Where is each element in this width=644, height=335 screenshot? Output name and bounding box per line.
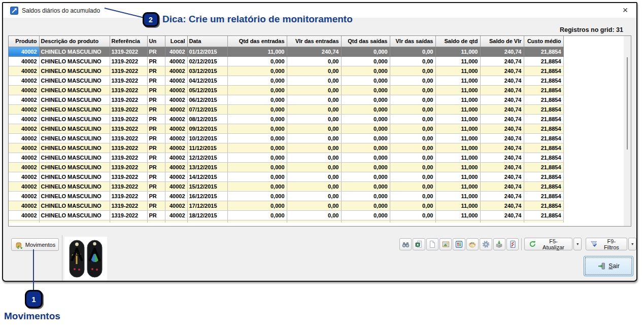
movimentos-button[interactable]: Movimentos [11,238,59,251]
search-button[interactable] [399,238,412,250]
grid-cell[interactable]: 0,00 [287,85,341,95]
column-header[interactable]: Vlr das entradas [287,36,341,47]
table-row[interactable]: 40002CHINELO MASCULINO1319-2022PR4000202… [9,56,563,66]
grid-cell[interactable]: 40002 [9,76,39,85]
grid-cell[interactable]: 1319-2022 [110,124,147,133]
column-header[interactable]: Data [187,36,227,47]
settings-button[interactable] [480,238,492,250]
grid-cell[interactable]: 0,00 [287,191,341,201]
grid-cell[interactable]: 0,000 [341,172,390,181]
grid-cell[interactable]: 11,000 [435,114,480,124]
grid-cell[interactable]: 08/12/2015 [187,114,227,124]
grid-cell[interactable]: 40002 [165,220,187,222]
grid-cell[interactable]: PR [147,95,165,104]
grid-cell[interactable]: 0,000 [341,162,390,172]
grid-cell[interactable]: 1319-2022 [110,162,147,172]
grid-cell[interactable]: 0,00 [287,76,341,85]
grid-cell[interactable]: 0,00 [390,153,435,162]
sair-button[interactable]: Sair [584,256,633,276]
grid-cell[interactable]: 0,000 [227,220,287,222]
grid-cell[interactable]: PR [147,172,165,181]
grid-cell[interactable]: 40002 [165,153,187,162]
grid-cell[interactable]: 40002 [165,95,187,104]
grid-cell[interactable]: 21,8854 [524,172,563,181]
column-header[interactable]: Produto [9,36,39,47]
grid-cell[interactable]: 11,000 [435,66,480,76]
grid-cell[interactable]: 40002 [9,95,39,104]
grid-cell[interactable]: 40002 [9,85,39,95]
table-row[interactable]: 40002CHINELO MASCULINO1319-2022PR4000208… [9,114,563,124]
grid-cell[interactable]: CHINELO MASCULINO [39,85,110,95]
grid-cell[interactable]: 1319-2022 [110,143,147,153]
grid-cell[interactable]: 0,00 [390,66,435,76]
grid-cell[interactable]: 21,8854 [524,191,563,201]
grid-cell[interactable]: 0,00 [390,56,435,66]
checklist-button[interactable] [506,238,519,250]
grid-cell[interactable]: 40002 [9,172,39,181]
table-row[interactable]: 40002CHINELO MASCULINO1319-2022PR4000211… [9,143,563,153]
grid-cell[interactable]: 240,74 [480,210,524,220]
grid-cell[interactable]: 240,74 [480,172,524,181]
grid-cell[interactable]: CHINELO MASCULINO [39,201,110,210]
grid-cell[interactable]: 0,000 [227,85,287,95]
grid-cell[interactable]: 13/12/2015 [187,162,227,172]
table-row[interactable]: 40002CHINELO MASCULINO1319-2022PR4000218… [9,210,563,220]
colors-palette-button[interactable] [466,238,479,250]
export-image-button[interactable] [439,238,452,250]
f9-filtros-button[interactable]: F9-Filtros [586,238,628,250]
grid-cell[interactable]: 21,8854 [524,85,563,95]
grid-cell[interactable]: 21,8854 [524,56,563,66]
table-row[interactable]: 40002CHINELO MASCULINO1319-2022PR4000215… [9,181,563,191]
grid-cell[interactable]: 40002 [9,47,39,56]
table-row[interactable]: 40002CHINELO MASCULINO1319-2022PR4000214… [9,172,563,181]
grid-cell[interactable]: 1319-2022 [110,66,147,76]
column-header[interactable]: Descrição do produto [39,36,110,47]
grid-cell[interactable]: 0,000 [227,153,287,162]
grid-cell[interactable]: PR [147,133,165,143]
grid-cell[interactable]: 40002 [9,191,39,201]
table-row[interactable]: 40002CHINELO MASCULINO1319-2022PR4000217… [9,201,563,210]
grid-cell[interactable]: 40002 [165,124,187,133]
grid-cell[interactable]: 40002 [165,85,187,95]
table-row[interactable]: 40002CHINELO MASCULINO1319-2022PR4000206… [9,95,563,104]
grid-cell[interactable]: 18/12/2015 [187,210,227,220]
grid-cell[interactable]: 11,000 [435,181,480,191]
grid-cell[interactable]: 17/12/2015 [187,201,227,210]
grid-cell[interactable]: 40002 [9,201,39,210]
grid-cell[interactable]: 240,74 [480,191,524,201]
grid-cell[interactable]: 19/12/2015 [187,220,227,222]
grid-cell[interactable]: CHINELO MASCULINO [39,162,110,172]
grid-cell[interactable]: CHINELO MASCULINO [39,172,110,181]
grid-cell[interactable]: 0,00 [390,220,435,222]
grid-cell[interactable]: 0,000 [227,76,287,85]
grid-cell[interactable]: PR [147,85,165,95]
grid-cell[interactable]: 11,000 [435,76,480,85]
grid-cell[interactable]: CHINELO MASCULINO [39,114,110,124]
grid-cell[interactable]: 0,000 [227,191,287,201]
grid-cell[interactable]: 40002 [9,153,39,162]
grid-cell[interactable]: 40002 [9,181,39,191]
grid-cell[interactable]: 1319-2022 [110,47,147,56]
table-row[interactable]: 40002CHINELO MASCULINO1319-2022PR4000201… [9,47,563,56]
grid-cell[interactable]: PR [147,162,165,172]
grid-cell[interactable]: 240,74 [480,181,524,191]
grid-cell[interactable]: 1319-2022 [110,172,147,181]
grid-cell[interactable]: 21,8854 [524,47,563,56]
grid-cell[interactable]: 0,000 [341,66,390,76]
grid-cell[interactable]: 240,74 [480,76,524,85]
grid-cell[interactable]: 240,74 [480,201,524,210]
grid-cell[interactable]: 1319-2022 [110,191,147,201]
grid-cell[interactable]: 0,00 [287,104,341,114]
grid-cell[interactable]: 12/12/2015 [187,153,227,162]
grid-cell[interactable]: 240,74 [480,85,524,95]
grid-cell[interactable]: 0,00 [390,47,435,56]
grid-cell[interactable]: 40002 [165,191,187,201]
grid-cell[interactable]: 0,000 [341,153,390,162]
grid-cell[interactable]: 0,000 [341,133,390,143]
grid-cell[interactable]: 1319-2022 [110,220,147,222]
grid-cell[interactable]: 0,00 [390,95,435,104]
grid-cell[interactable]: 0,000 [341,181,390,191]
grid-cell[interactable]: 21,8854 [524,76,563,85]
grid-cell[interactable]: 11,000 [435,124,480,133]
grid-cell[interactable]: 11,000 [435,210,480,220]
